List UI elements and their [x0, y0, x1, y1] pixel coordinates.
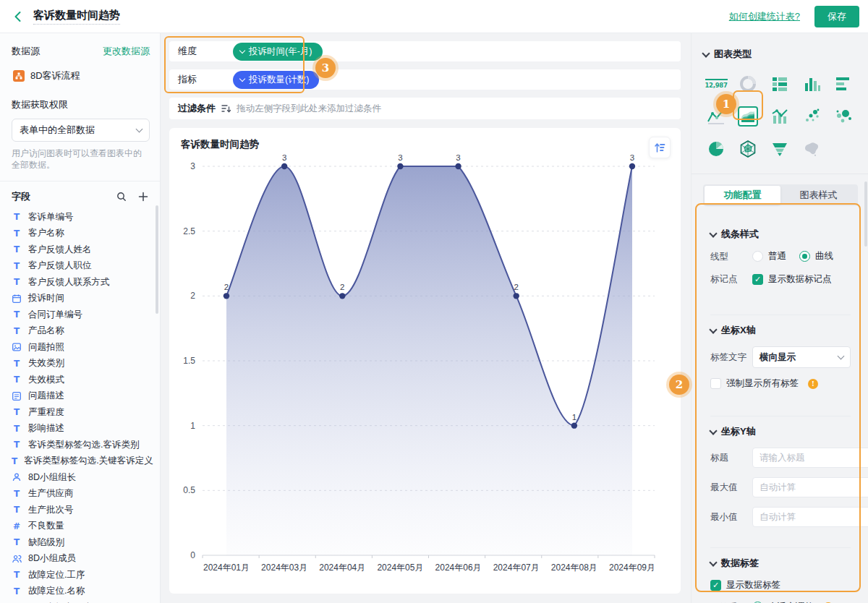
field-item[interactable]: T故障定位.工序 — [12, 567, 150, 583]
field-item[interactable]: #不良数量 — [12, 518, 150, 535]
left-sidebar: 数据源 更改数据源 8D客诉流程 数据获取权限 表单中的全部数据 用户访问图表时… — [0, 33, 161, 603]
y-min-input[interactable] — [752, 507, 868, 527]
permission-select[interactable]: 表单中的全部数据 — [12, 119, 150, 142]
field-item[interactable]: T失效类别 — [12, 356, 150, 372]
text-field-icon: T — [12, 375, 22, 385]
filter-hint: 拖动左侧字段到此处来添加过滤条件 — [237, 103, 381, 115]
add-field-icon[interactable] — [137, 190, 150, 203]
back-icon[interactable] — [9, 7, 27, 26]
info-icon[interactable]: ! — [808, 379, 818, 389]
chart-type-area-chart-selected[interactable] — [738, 106, 758, 127]
chart-type-column-chart[interactable] — [801, 74, 822, 94]
chart-type-kpi-card[interactable]: 12,987 — [706, 74, 726, 94]
chart-type-scatter-chart[interactable] — [801, 106, 822, 127]
search-icon[interactable] — [115, 190, 128, 203]
change-datasource-link[interactable]: 更改数据源 — [103, 45, 150, 58]
checkbox-checked-icon[interactable] — [710, 580, 721, 591]
chart-type-section-header[interactable]: 图表类型 — [703, 48, 858, 61]
field-item[interactable]: 问题拍照 — [12, 339, 150, 356]
data-point[interactable] — [397, 163, 403, 169]
dimension-pill[interactable]: 投诉时间(年-月) — [233, 43, 323, 61]
data-point[interactable] — [629, 163, 635, 169]
chart-type-radar-chart[interactable] — [738, 139, 758, 159]
field-item[interactable]: T客诉单编号 — [12, 209, 150, 226]
sort-icon[interactable] — [649, 137, 671, 158]
show-data-labels-option[interactable]: 显示数据标签 — [710, 579, 780, 591]
field-item[interactable]: T客诉类型标签勾选.关键客诉定义 — [12, 453, 150, 470]
filter-row[interactable]: 过滤条件 拖动左侧字段到此处来添加过滤条件 — [169, 98, 681, 119]
field-item[interactable]: T产品名称 — [12, 323, 150, 340]
field-list: T客诉单编号T客户名称T客户反馈人姓名T客户反馈人职位T客户反馈人联系方式投诉时… — [12, 209, 150, 603]
field-item[interactable]: T合同订单编号 — [12, 307, 150, 323]
chevron-down-icon — [239, 76, 245, 82]
data-labels-header[interactable]: 数据标签 — [710, 557, 851, 570]
field-item[interactable]: T失效模式 — [12, 372, 150, 388]
y-axis-title: 坐标Y轴 — [721, 425, 756, 438]
line-type-曲线-option[interactable]: 曲线 — [799, 250, 833, 262]
area-chart[interactable]: 00.511.522.53232332132024年01月2024年03月202… — [181, 151, 669, 576]
field-item[interactable]: T生产批次号 — [12, 502, 150, 518]
chart-type-gauge[interactable] — [738, 74, 758, 94]
chart-type-bubble-chart[interactable] — [833, 106, 854, 127]
field-item[interactable]: T客户名称 — [12, 226, 150, 242]
checkbox-checked-icon[interactable] — [752, 274, 763, 285]
field-item[interactable]: 问题点补充描述 — [12, 599, 150, 603]
field-item[interactable]: T客户反馈人职位 — [12, 258, 150, 275]
chart-type-combo-chart[interactable] — [770, 106, 790, 127]
field-item[interactable]: T客户反馈人联系方式 — [12, 274, 150, 291]
how-to-create-link[interactable]: 如何创建统计表? — [729, 10, 800, 23]
x-axis-header[interactable]: 坐标X轴 — [710, 324, 851, 337]
data-point[interactable] — [455, 163, 461, 169]
datasource-name: 8D客诉流程 — [30, 69, 80, 82]
metric-pill[interactable]: 投诉数量(计数) — [233, 71, 319, 89]
field-item[interactable]: T影响描述 — [12, 421, 150, 437]
sidebar-scrollbar[interactable] — [156, 205, 158, 314]
tab-chart-style[interactable]: 图表样式 — [780, 186, 856, 205]
radio-checked-icon[interactable] — [799, 251, 810, 262]
field-item[interactable]: T故障定位.名称 — [12, 583, 150, 600]
y-max-input[interactable] — [752, 477, 868, 497]
data-point[interactable] — [224, 293, 229, 299]
save-button[interactable]: 保存 — [814, 6, 859, 27]
chart-type-funnel-chart[interactable] — [770, 139, 790, 159]
page-title[interactable]: 客诉数量时间趋势 — [33, 9, 120, 25]
show-marker-option[interactable]: 显示数据标记点 — [752, 273, 832, 286]
data-point[interactable] — [281, 163, 287, 169]
tab-function-config[interactable]: 功能配置 — [705, 186, 780, 205]
field-item[interactable]: 问题描述 — [12, 388, 150, 405]
chart-type-line-chart[interactable] — [706, 106, 726, 127]
line-style-section: 线条样式 线型 普通曲线 标记点 显示数据标记点 — [710, 219, 851, 315]
field-item[interactable]: T生产供应商 — [12, 486, 150, 502]
chart-type-bar-chart[interactable] — [833, 74, 854, 94]
field-item[interactable]: 8D小组成员 — [12, 551, 150, 568]
kpi-card-icon: 12,987 — [705, 79, 728, 89]
field-item[interactable]: 8D小组组长 — [12, 469, 150, 486]
image-field-icon — [12, 343, 22, 351]
rpanel-scrollbar[interactable] — [864, 181, 867, 247]
field-item[interactable]: T客诉类型标签勾选.客诉类别 — [12, 437, 150, 453]
bar-chart-icon — [834, 74, 853, 93]
field-item[interactable]: 投诉时间 — [12, 291, 150, 307]
data-point[interactable] — [339, 293, 345, 299]
date-field-icon — [12, 294, 22, 303]
field-item[interactable]: T缺陷级别 — [12, 534, 150, 551]
chart-type-map-chart[interactable] — [801, 139, 822, 159]
data-point[interactable] — [571, 422, 577, 428]
data-point[interactable] — [514, 293, 519, 299]
checkbox-unchecked-icon[interactable] — [710, 378, 721, 389]
y-title-input[interactable] — [752, 448, 868, 468]
line-type-普通-option[interactable]: 普通 — [752, 250, 786, 262]
chart-type-table[interactable] — [770, 74, 790, 94]
label-text-select[interactable]: 横向显示 — [752, 346, 851, 368]
filter-label: 过滤条件 — [178, 102, 216, 115]
chart-type-pie-chart[interactable] — [706, 139, 726, 159]
field-item[interactable]: T客户反馈人姓名 — [12, 241, 150, 258]
bubble-chart-icon — [834, 107, 853, 126]
y-axis-header[interactable]: 坐标Y轴 — [710, 425, 851, 438]
chevron-down-icon — [709, 558, 717, 566]
field-item[interactable]: T严重程度 — [12, 404, 150, 421]
force-all-labels-option[interactable]: 强制显示所有标签 ! — [710, 377, 818, 390]
line-style-header[interactable]: 线条样式 — [710, 228, 851, 241]
radio-unchecked-icon[interactable] — [752, 251, 763, 262]
datasource-item[interactable]: 8D客诉流程 — [13, 69, 150, 82]
